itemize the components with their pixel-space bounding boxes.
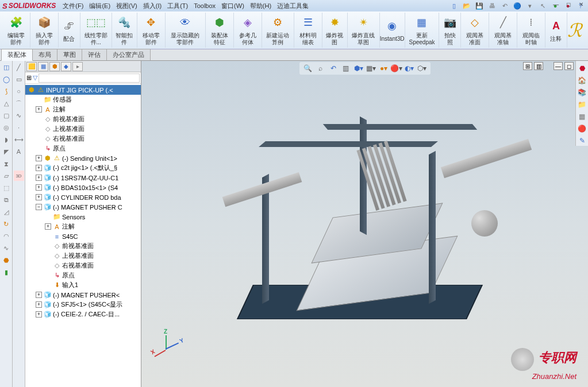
sk-text-icon[interactable]: A	[14, 146, 24, 157]
tree-filter-expand[interactable]: ⊞	[26, 74, 32, 82]
tree-root-node[interactable]: ⬢⚠INPUT JIG PICK-UP (.<	[25, 85, 141, 95]
zoom-area-icon[interactable]: ⌕	[316, 63, 326, 73]
tree-annotations[interactable]: +A注解	[25, 105, 141, 114]
tp-appearance-icon[interactable]: 🔴	[577, 123, 587, 134]
tab-sketch[interactable]: 草图	[57, 49, 82, 60]
tree-filter-input[interactable]	[39, 73, 140, 83]
rebuild-icon[interactable]: 🔵	[512, 1, 522, 10]
sk-line-icon[interactable]: ╱	[14, 62, 24, 72]
reference-geom-button[interactable]: ◈参考几何体	[234, 13, 262, 48]
lt-cam-icon[interactable]: ⬣	[1, 255, 11, 265]
annotation-button[interactable]: A注释	[545, 13, 567, 48]
lt-cube-icon[interactable]: ◫	[1, 62, 11, 72]
sk-dim-icon[interactable]: ⟷	[14, 134, 24, 145]
doc-maximize-button[interactable]: ◻	[564, 62, 574, 70]
tree-sending-unit[interactable]: +⬢⚠(-) Sending Unit<1>	[25, 153, 141, 163]
menu-toolbox[interactable]: Toolbox	[194, 2, 216, 9]
sk-point-icon[interactable]: ·	[14, 122, 24, 133]
tp-home-icon[interactable]: 🏠	[577, 75, 587, 86]
smart-fastener-button[interactable]: 🔩智能扣件	[112, 13, 137, 48]
tree-sfie[interactable]: +🧊(-) CEIE-2. / CAEC-目...	[25, 309, 141, 319]
lt-flex-icon[interactable]: ∿	[1, 243, 11, 253]
tp-custom-props-icon[interactable]: ✎	[577, 136, 587, 146]
prev-view-icon[interactable]: ↶	[328, 63, 339, 73]
lt-sweep-icon[interactable]: ⟆	[1, 86, 11, 96]
bom-button[interactable]: ☰材料明细表	[294, 13, 322, 48]
select-icon[interactable]: ↖	[537, 1, 548, 10]
tree-top-plane2[interactable]: ◇上视基准面	[25, 251, 141, 261]
move-part-button[interactable]: ✥移动零部件	[137, 13, 166, 48]
snapshot-button[interactable]: 📷拍快照	[439, 13, 461, 48]
save-icon[interactable]: 💾	[474, 1, 485, 10]
tree-annotations2[interactable]: +A注解	[25, 222, 141, 231]
tree-s45c[interactable]: ≡S45C	[25, 231, 141, 241]
lt-pattern-icon[interactable]: ⬚	[1, 183, 11, 193]
lt-circle-icon[interactable]: ◯	[1, 74, 11, 84]
ref-axis-button[interactable]: ╱观阅基准轴	[489, 13, 517, 48]
lt-draft-icon[interactable]: ◿	[1, 207, 11, 217]
tree-origin[interactable]: ↳原点	[25, 144, 141, 153]
explode-line-button[interactable]: ✴爆炸直线草图	[348, 13, 380, 48]
lt-rib-icon[interactable]: ⧗	[1, 158, 11, 169]
undo-icon[interactable]: ↶	[499, 1, 510, 10]
lt-shell-icon[interactable]: ▱	[1, 171, 11, 181]
expand-icon[interactable]: +	[36, 292, 42, 298]
menu-insert[interactable]: 插入(I)	[143, 2, 162, 10]
minimize-button[interactable]: —	[550, 0, 562, 8]
tree-right-plane[interactable]: ◇右视基准面	[25, 134, 141, 144]
tree-front-plane[interactable]: ◇前视基准面	[25, 114, 141, 124]
tree-input1[interactable]: ⬇输入1	[25, 280, 141, 290]
tree-magnet-pusher2[interactable]: +🧊(-) MAGNET PUSHER<	[25, 290, 141, 300]
display-style-icon[interactable]: ▦▾	[366, 63, 376, 73]
doc-minimize-button[interactable]: —	[554, 62, 563, 70]
lt-deform-icon[interactable]: ▮	[1, 267, 11, 277]
insert-part-button[interactable]: 📦插入零部件	[30, 13, 59, 48]
expand-icon[interactable]: +	[36, 311, 42, 318]
expand-icon[interactable]: +	[36, 165, 42, 171]
tree-origin2[interactable]: ↳原点	[25, 270, 141, 280]
tree-tab-featuremgr[interactable]: 🟨	[26, 62, 37, 71]
tree-body[interactable]: ⬢⚠INPUT JIG PICK-UP (.< 📁传感器 +A注解 ◇前视基准面…	[25, 84, 141, 387]
tp-file-explorer-icon[interactable]: 📁	[577, 99, 587, 110]
tab-office[interactable]: 办公室产品	[106, 49, 151, 60]
doc-split-icon[interactable]: ⊞	[523, 62, 532, 70]
tp-view-palette-icon[interactable]: ▦	[577, 111, 587, 122]
tree-tab-display[interactable]: ▸	[72, 62, 83, 71]
tab-layout[interactable]: 布局	[32, 49, 57, 60]
filter-icon[interactable]: ▽	[33, 74, 37, 82]
menu-maidi[interactable]: 迈迪工具集	[277, 2, 309, 10]
collapse-icon[interactable]: −	[36, 204, 42, 210]
doc-view-icon[interactable]: ▥	[534, 62, 543, 70]
new-icon[interactable]: ▯	[449, 1, 459, 10]
coordinate-triad[interactable]	[153, 335, 182, 364]
sk-arc-icon[interactable]: ⌒	[14, 98, 24, 109]
hide-show-icon[interactable]: ●▾	[379, 63, 389, 73]
expand-icon[interactable]: +	[36, 155, 42, 161]
tree-sensors[interactable]: 📁传感器	[25, 95, 141, 105]
new-motion-button[interactable]: ⚙新建运动算例	[262, 13, 294, 48]
graphics-viewport[interactable]: 🔍 ⌕ ↶ ▥ ⬢▾ ▦▾ ●▾ 🔴▾ ◐▾ ⬡▾ ⊞ ▥ — ◻ ✕	[141, 61, 588, 387]
edit-part-button[interactable]: 🧩编辑零部件	[2, 13, 30, 48]
lt-cut-icon[interactable]: ▢	[1, 110, 11, 121]
expand-icon[interactable]: +	[36, 301, 42, 308]
sk-circle-icon[interactable]: ○	[14, 86, 24, 96]
tp-design-lib-icon[interactable]: 📚	[577, 87, 587, 98]
menu-tools[interactable]: 工具(T)	[167, 2, 188, 10]
instant3d-button[interactable]: ◉Instant3D	[380, 13, 405, 48]
sk-spline-icon[interactable]: ∿	[14, 110, 24, 121]
sk-3d-icon[interactable]: 3D	[14, 171, 24, 181]
tp-resources-icon[interactable]: ⬣	[577, 63, 587, 73]
ref-plane-button[interactable]: ◇观阅基准面	[461, 13, 489, 48]
tree-right-plane2[interactable]: ◇右视基准面	[25, 261, 141, 270]
section-icon[interactable]: ▥	[341, 63, 351, 73]
menu-view[interactable]: 视图(V)	[116, 2, 137, 10]
lt-wrap-icon[interactable]: ↻	[1, 219, 11, 229]
expand-icon[interactable]: +	[45, 223, 51, 230]
tab-assembly[interactable]: 装配体	[1, 49, 33, 61]
maximize-button[interactable]: ◻	[563, 0, 574, 8]
temp-axis-button[interactable]: ⁞观阅临时轴	[517, 13, 545, 48]
explode-view-button[interactable]: ✸爆炸视图	[322, 13, 348, 48]
options-icon[interactable]: ▾	[525, 1, 535, 10]
tree-front-plane2[interactable]: ◇前视基准面	[25, 241, 141, 251]
sk-rect-icon[interactable]: ▭	[14, 74, 24, 84]
